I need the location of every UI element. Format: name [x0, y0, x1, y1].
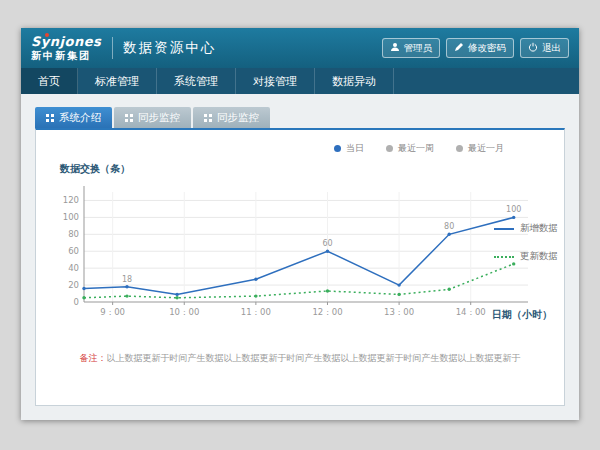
edit-pencil-icon	[454, 42, 464, 54]
logout-label: 退出	[542, 43, 561, 53]
nav-item-system-mgmt[interactable]: 系统管理	[157, 68, 236, 94]
chart-container: 0204060801001209：0010：0011：0012：0013：001…	[36, 178, 564, 330]
grid-icon	[204, 112, 212, 124]
filter-label: 最近一月	[468, 142, 504, 155]
legend-dot-icon	[386, 145, 393, 152]
line-chart: 0204060801001209：0010：0011：0012：0013：001…	[50, 178, 542, 330]
filter-label: 当日	[346, 142, 364, 155]
svg-text:20: 20	[68, 280, 79, 290]
admin-user-label: 管理员	[404, 43, 433, 53]
svg-text:9：00: 9：00	[100, 307, 125, 317]
svg-text:60: 60	[68, 246, 79, 256]
grid-icon	[46, 112, 54, 124]
legend-dot-icon	[456, 145, 463, 152]
svg-text:60: 60	[322, 239, 332, 248]
power-icon	[528, 42, 538, 54]
app-title: 数据资源中心	[123, 39, 216, 57]
nav-item-data-change[interactable]: 数据异动	[315, 68, 394, 94]
y-axis-label: 数据交换（条）	[60, 162, 564, 176]
content-area: 系统介绍 同步监控 同步监控 当日	[21, 94, 579, 420]
x-axis-label: 日期（小时）	[492, 308, 552, 322]
user-icon	[390, 42, 400, 54]
tab-label: 系统介绍	[59, 111, 101, 125]
browser-window: Synjones 新中新集团 数据资源中心 管理员 修改密码	[21, 28, 579, 420]
series-label: 新增数据	[520, 222, 558, 235]
svg-text:100: 100	[506, 205, 521, 214]
svg-text:120: 120	[63, 195, 79, 205]
legend-new-data[interactable]: 新增数据	[494, 222, 558, 235]
change-password-button[interactable]: 修改密码	[446, 38, 514, 58]
svg-text:80: 80	[444, 222, 454, 231]
tab-sync-monitor-2[interactable]: 同步监控	[193, 107, 270, 128]
logo-subtext: 新中新集团	[31, 51, 101, 61]
dotted-line-icon	[494, 256, 514, 258]
legend-update-data[interactable]: 更新数据	[494, 250, 558, 263]
svg-text:11：00: 11：00	[241, 307, 271, 317]
admin-user-button[interactable]: 管理员	[382, 38, 441, 58]
svg-text:100: 100	[63, 212, 79, 222]
svg-text:10：00: 10：00	[169, 307, 199, 317]
main-nav: 首页 标准管理 系统管理 对接管理 数据异动	[21, 68, 579, 94]
footnote-prefix: 备注：	[80, 353, 107, 363]
solid-line-icon	[494, 228, 514, 230]
header-actions: 管理员 修改密码 退出	[382, 38, 570, 58]
logo-text: Synjones	[31, 35, 101, 48]
svg-text:12：00: 12：00	[312, 307, 342, 317]
filter-label: 最近一周	[398, 142, 434, 155]
tab-bar: 系统介绍 同步监控 同步监控	[35, 107, 565, 128]
logout-button[interactable]: 退出	[520, 38, 569, 58]
legend-dot-icon	[334, 145, 341, 152]
grid-icon	[125, 112, 133, 124]
chart-filters: 当日 最近一周 最近一月	[334, 142, 504, 155]
desktop-background: { "brand": { "logo_text": "Synjones", "l…	[0, 0, 600, 450]
svg-text:18: 18	[122, 275, 132, 284]
tab-label: 同步监控	[217, 111, 259, 125]
svg-text:14：00: 14：00	[456, 307, 486, 317]
nav-item-home[interactable]: 首页	[21, 68, 78, 94]
footnote-text: 以上数据更新于时间产生数据以上数据更新于时间产生数据以上数据更新于时间产生数据以…	[107, 353, 521, 363]
filter-today[interactable]: 当日	[334, 142, 364, 155]
logo-red-dot	[45, 33, 49, 37]
svg-text:40: 40	[68, 263, 79, 273]
tab-sync-monitor-1[interactable]: 同步监控	[114, 107, 191, 128]
svg-text:13：00: 13：00	[384, 307, 414, 317]
svg-text:80: 80	[68, 229, 79, 239]
tab-label: 同步监控	[138, 111, 180, 125]
brand-logo: Synjones 新中新集团	[31, 35, 101, 61]
nav-item-connect-mgmt[interactable]: 对接管理	[236, 68, 315, 94]
footnote: 备注：以上数据更新于时间产生数据以上数据更新于时间产生数据以上数据更新于时间产生…	[36, 352, 564, 365]
svg-text:0: 0	[74, 297, 79, 307]
series-legend: 新增数据 更新数据	[494, 222, 558, 263]
series-label: 更新数据	[520, 250, 558, 263]
nav-item-standard-mgmt[interactable]: 标准管理	[78, 68, 157, 94]
filter-last-month[interactable]: 最近一月	[456, 142, 504, 155]
main-panel: 当日 最近一周 最近一月 数据交换（条） 0204060801001209：00…	[35, 128, 565, 406]
filter-last-week[interactable]: 最近一周	[386, 142, 434, 155]
header-divider	[112, 37, 113, 59]
tab-system-intro[interactable]: 系统介绍	[35, 107, 112, 128]
app-header: Synjones 新中新集团 数据资源中心 管理员 修改密码	[21, 28, 579, 68]
change-password-label: 修改密码	[468, 43, 506, 53]
